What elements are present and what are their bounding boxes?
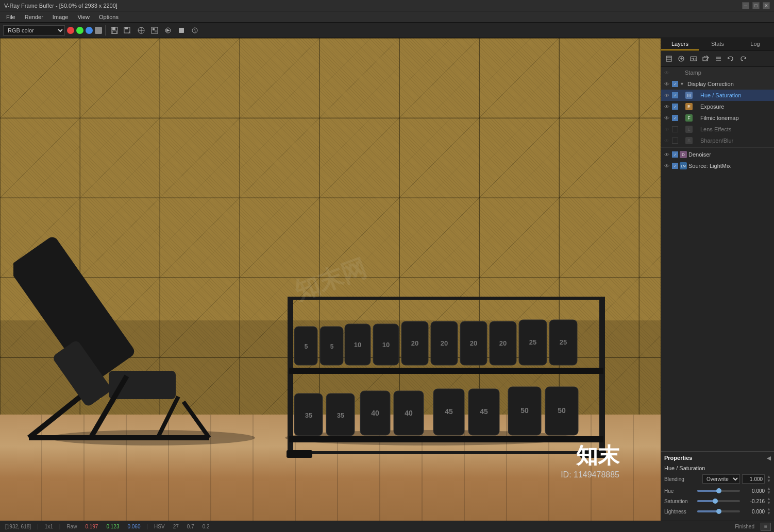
sat-updown: ▲ ▼ <box>767 497 771 505</box>
hue-sat-eye[interactable]: 👁 <box>663 92 670 99</box>
layers-redo[interactable] <box>737 53 749 64</box>
layers-list-icon[interactable] <box>713 53 724 64</box>
lightness-thumb[interactable] <box>716 509 721 514</box>
track-button[interactable] <box>136 25 147 36</box>
blending-number[interactable] <box>742 474 765 484</box>
menu-image[interactable]: Image <box>48 13 73 21</box>
stamp-header[interactable]: 👁 Stamp <box>661 67 774 78</box>
sat-track[interactable] <box>697 500 740 502</box>
lightness-down[interactable]: ▼ <box>767 511 771 516</box>
menu-view[interactable]: View <box>73 13 94 21</box>
properties-section-title: Hue / Saturation <box>664 465 771 471</box>
close-button[interactable]: ✕ <box>763 2 770 9</box>
statusbar: [1932, 618] | 1x1 | Raw 0.197 0.123 0.06… <box>0 521 774 532</box>
hue-track[interactable] <box>697 490 740 492</box>
tab-layers[interactable]: Layers <box>661 38 699 50</box>
hue-saturation-layer[interactable]: 👁 ✓ H Hue / Saturation <box>661 90 774 101</box>
lens-check[interactable] <box>672 126 678 132</box>
layers-tool-1[interactable] <box>663 53 675 64</box>
green-channel-dot[interactable] <box>76 27 83 34</box>
pixel-info-button[interactable] <box>149 25 160 36</box>
hue-sat-check[interactable]: ✓ <box>672 92 678 98</box>
denoiser-check[interactable]: ✓ <box>672 151 678 158</box>
tab-log[interactable]: Log <box>736 38 774 50</box>
blending-updown: ▲ ▼ <box>767 475 771 483</box>
panel-toolbar <box>661 51 774 67</box>
red-channel-dot[interactable] <box>67 27 74 34</box>
tab-stats[interactable]: Stats <box>699 38 736 50</box>
layer-sep1 <box>661 147 774 148</box>
hue-down[interactable]: ▼ <box>767 491 771 495</box>
lightness-track[interactable] <box>697 510 740 512</box>
properties-collapse[interactable]: ◀ <box>767 455 771 461</box>
sat-down[interactable]: ▼ <box>767 501 771 505</box>
maximize-button[interactable]: □ <box>752 2 760 9</box>
lightmix-eye[interactable]: 👁 <box>663 162 670 169</box>
blue-channel-dot[interactable] <box>86 27 93 34</box>
status-channel: Raw <box>64 524 79 529</box>
layers-tool-4[interactable] <box>700 53 712 64</box>
hue-row: Hue 0.000 ▲ ▼ <box>664 487 771 495</box>
lightmix-check[interactable]: ✓ <box>672 163 678 169</box>
display-correction-check[interactable]: ✓ <box>672 81 678 87</box>
sharpen-check[interactable] <box>672 138 678 144</box>
layers-tool-2[interactable] <box>676 53 687 64</box>
lens-effects-layer[interactable]: 👁 L Lens Effects <box>661 124 774 135</box>
exposure-name: Exposure <box>700 104 772 110</box>
status-v3: 0.2 <box>200 524 212 529</box>
lightness-value: 0.000 <box>742 509 765 514</box>
stamp-label: Stamp <box>681 68 705 77</box>
main-layout: 5 5 10 10 20 20 20 20 25 25 <box>0 38 774 521</box>
menu-file[interactable]: File <box>2 13 20 21</box>
denoiser-layer[interactable]: 👁 ✓ D Denoiser <box>661 149 774 160</box>
save-button[interactable] <box>109 25 120 36</box>
display-correction-eye[interactable]: 👁 <box>663 80 670 88</box>
menu-options[interactable]: Options <box>95 13 123 21</box>
render-viewport: 5 5 10 10 20 20 20 20 25 25 <box>0 38 661 521</box>
history-button[interactable] <box>189 25 200 36</box>
layers-tool-3[interactable] <box>688 53 699 64</box>
filmic-check[interactable]: ✓ <box>672 115 678 121</box>
lens-eye[interactable]: 👁 <box>663 126 670 133</box>
lightness-updown: ▲ ▼ <box>767 507 771 516</box>
menu-render[interactable]: Render <box>21 13 47 21</box>
lightmix-layer[interactable]: 👁 ✓ LM Source: LightMix <box>661 160 774 171</box>
sat-thumb[interactable] <box>713 499 718 504</box>
titlebar-controls: ─ □ ✕ <box>742 2 770 9</box>
statusbar-menu[interactable]: ≡ <box>761 523 771 531</box>
stamp-eye[interactable]: 👁 <box>663 69 670 76</box>
exposure-check[interactable]: ✓ <box>672 104 678 110</box>
stop-button[interactable] <box>176 25 187 36</box>
display-correction-header[interactable]: 👁 ✓ ▼ Display Correction <box>661 78 774 90</box>
lightmix-icon: LM <box>680 162 687 169</box>
blending-row: Blending Overwrite ▲ ▼ <box>664 474 771 484</box>
hue-thumb[interactable] <box>716 488 721 493</box>
filmic-name: Filmic tonemap <box>700 115 772 121</box>
exposure-layer[interactable]: 👁 ✓ E Exposure <box>661 101 774 112</box>
sharpen-eye[interactable]: 👁 <box>663 137 670 144</box>
blending-down[interactable]: ▼ <box>767 479 771 483</box>
svg-rect-75 <box>666 56 671 61</box>
blending-dropdown[interactable]: Overwrite <box>702 474 740 484</box>
render-button[interactable] <box>162 25 174 36</box>
filmic-layer[interactable]: 👁 ✓ F Filmic tonemap <box>661 112 774 124</box>
blending-label: Blending <box>664 476 700 482</box>
status-zoom: 1x1 <box>43 524 55 529</box>
exposure-icon: E <box>685 103 693 110</box>
alpha-channel-dot[interactable] <box>95 27 102 34</box>
layers-list: 👁 Stamp 👁 ✓ ▼ Display Correction 👁 ✓ H H… <box>661 67 774 451</box>
svg-rect-2 <box>112 31 116 33</box>
save-as-button[interactable]: A <box>122 25 133 36</box>
sharpen-name: Sharpen/Blur <box>700 138 772 144</box>
sharpen-blur-layer[interactable]: 👁 S Sharpen/Blur <box>661 135 774 146</box>
denoiser-eye[interactable]: 👁 <box>663 151 670 158</box>
sat-value: -0.216 <box>742 499 765 504</box>
filmic-eye[interactable]: 👁 <box>663 114 670 122</box>
exposure-eye[interactable]: 👁 <box>663 103 670 110</box>
right-panel: Layers Stats Log <box>661 38 774 521</box>
layers-undo[interactable] <box>725 53 736 64</box>
minimize-button[interactable]: ─ <box>742 2 749 9</box>
hue-value: 0.000 <box>742 488 765 494</box>
color-mode-dropdown[interactable]: RGB color <box>3 25 65 36</box>
filmic-icon: F <box>685 114 693 122</box>
